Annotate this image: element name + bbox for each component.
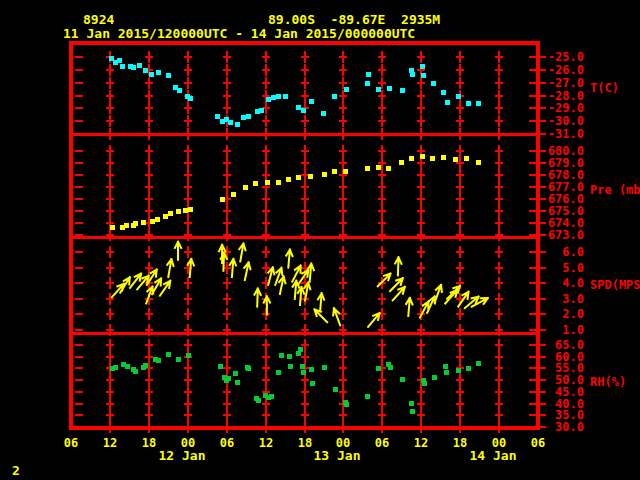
temp-point	[420, 64, 425, 69]
wind-arrow	[447, 286, 460, 299]
temp-point	[149, 72, 154, 77]
wind-arrow	[378, 274, 391, 287]
pressure-point	[365, 166, 370, 171]
rh-point	[322, 365, 327, 370]
pressure-point	[296, 175, 301, 180]
hour-tick-label: 12	[259, 436, 273, 450]
rh-point	[301, 370, 306, 375]
rh-point	[409, 401, 414, 406]
date-label: 12 Jan	[159, 448, 206, 463]
pressure-point	[110, 225, 115, 230]
pressure-point	[453, 157, 458, 162]
rh-point	[269, 394, 274, 399]
rh-point	[143, 363, 148, 368]
wind-arrow	[279, 277, 285, 295]
rh-point	[466, 366, 471, 371]
pressure-point	[376, 165, 381, 170]
wind-arrow	[445, 290, 457, 303]
pressure-point	[183, 208, 188, 213]
pressure-point	[420, 154, 425, 159]
pressure-point	[141, 220, 146, 225]
pressure-point	[253, 181, 258, 186]
temp-point	[241, 115, 246, 120]
temp-point	[276, 94, 281, 99]
rh-point	[456, 368, 461, 373]
wind-arrow	[244, 263, 250, 281]
temp-point	[321, 111, 326, 116]
wind_speed-series	[112, 242, 488, 327]
wind-arrow	[167, 259, 173, 277]
y-tick-label: 5.0	[562, 261, 584, 275]
temp-point	[476, 101, 481, 106]
y-tick-label: -30.0	[548, 114, 584, 128]
temp-point	[456, 94, 461, 99]
hour-tick-label: 06	[375, 436, 389, 450]
wind-arrow	[254, 289, 260, 307]
rh-point	[226, 376, 231, 381]
wind-arrow	[435, 285, 442, 302]
temp-point	[365, 81, 370, 86]
rh-point	[156, 358, 161, 363]
temp-point	[344, 87, 349, 92]
temp-point	[259, 108, 264, 113]
y-tick-label: 2.0	[562, 307, 584, 321]
hour-tick-label: 18	[142, 436, 156, 450]
wind-arrow	[298, 287, 304, 305]
pressure-point	[188, 207, 193, 212]
date-label: 14 Jan	[470, 448, 517, 463]
rh-point	[235, 380, 240, 385]
temp-point	[441, 90, 446, 95]
wind-arrow	[286, 250, 292, 268]
pressure-point	[231, 192, 236, 197]
meteogram-plot: -25.0-26.0-27.0-28.0-29.0-30.0-31.0T(C)6…	[0, 0, 640, 480]
y-tick-label: 6.0	[562, 245, 584, 259]
rh-point	[376, 366, 381, 371]
wind-arrow	[393, 287, 405, 300]
pressure-point	[464, 156, 469, 161]
pressure-point	[386, 166, 391, 171]
hour-tick-label: 18	[453, 436, 467, 450]
y-tick-label: 4.0	[562, 276, 584, 290]
pressure-point	[163, 214, 168, 219]
date-label: 13 Jan	[314, 448, 361, 463]
temp-point	[421, 73, 426, 78]
panel-label: T(C)	[590, 81, 619, 95]
temp-point	[400, 88, 405, 93]
rh-point	[298, 347, 303, 352]
panel-label: Pre (mb)	[590, 183, 640, 197]
temp-point	[131, 65, 136, 70]
wind-arrow	[268, 267, 274, 284]
rh-point	[166, 352, 171, 357]
pressure-point	[168, 211, 173, 216]
hour-tick-label: 12	[414, 436, 428, 450]
temp-point	[410, 72, 415, 77]
wind-arrow	[175, 242, 181, 260]
temp-point	[387, 86, 392, 91]
rh-point	[218, 364, 223, 369]
pressure-series	[110, 154, 481, 230]
pressure-point	[332, 169, 337, 174]
pressure-point	[150, 219, 155, 224]
pressure-point	[430, 156, 435, 161]
time-axis-labels: 0612180006121800061218000612 Jan13 Jan14…	[64, 436, 545, 463]
rh-point	[276, 370, 281, 375]
rh-point	[422, 381, 427, 386]
wind-arrow	[318, 293, 324, 311]
rh-point	[388, 365, 393, 370]
y-tick-label: -31.0	[548, 127, 584, 141]
temp-point	[215, 114, 220, 119]
station-timeseries-screen: 8924 89.00S -89.67E 2935M 11 Jan 2015/12…	[0, 0, 640, 480]
rh-point	[333, 387, 338, 392]
rh-point	[125, 364, 130, 369]
temp-point	[117, 58, 122, 63]
temp-point	[283, 94, 288, 99]
pressure-point	[276, 180, 281, 185]
temp-point	[445, 100, 450, 105]
rh-point	[300, 364, 305, 369]
pressure-point	[155, 217, 160, 222]
temp-point	[271, 95, 276, 100]
pressure-point	[265, 180, 270, 185]
temp-point	[266, 97, 271, 102]
rh-point	[432, 375, 437, 380]
hour-tick-label: 06	[220, 436, 234, 450]
